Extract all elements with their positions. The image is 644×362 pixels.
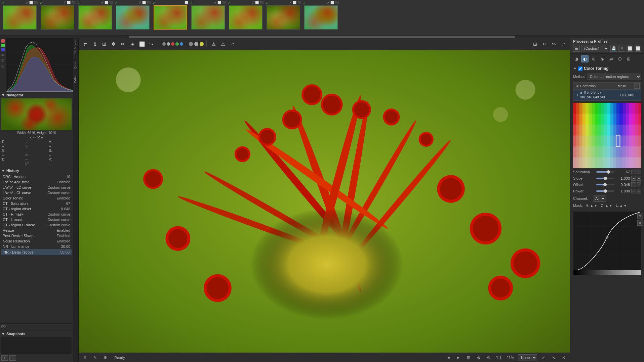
- saturation-track[interactable]: [596, 171, 614, 173]
- histogram-icon-3[interactable]: ◰: [1, 64, 5, 69]
- image-view[interactable]: [79, 50, 570, 353]
- histogram-icon-1[interactable]: ▤: [1, 52, 5, 57]
- transform-right-icon[interactable]: ⇄: [607, 55, 615, 62]
- circle-indicator-1[interactable]: [189, 42, 193, 46]
- color-swatch-blue[interactable]: [1, 48, 5, 51]
- history-item-ct-lmask[interactable]: CT - L mask Custom curve: [1, 217, 72, 222]
- color-swatch-green[interactable]: [1, 44, 5, 47]
- history-item-resize[interactable]: Resize Enabled: [1, 228, 72, 233]
- power-minus[interactable]: −: [631, 189, 636, 193]
- nav-forward-button[interactable]: ►: [455, 354, 462, 361]
- mask-l-down[interactable]: ▼: [623, 204, 627, 208]
- color-swatch-red[interactable]: [1, 39, 5, 43]
- mask-h-up[interactable]: ▲: [590, 204, 593, 208]
- history-item-ct-hmask[interactable]: CT - H mask Custom curve: [1, 212, 72, 217]
- color-icon[interactable]: ◐: [581, 55, 589, 62]
- history-item-lab-lc[interactable]: L*a*b* - LC curve Custom curve: [1, 185, 72, 190]
- proc-profiles-paste-button[interactable]: ⬜: [635, 45, 641, 52]
- power-track[interactable]: [596, 190, 614, 192]
- local-icon[interactable]: ◈: [599, 55, 606, 62]
- left-tab-editor[interactable]: Editor: [74, 76, 78, 83]
- proc-profiles-select[interactable]: (Custom): [581, 45, 609, 52]
- pencil-tool-button[interactable]: ✏: [119, 40, 127, 48]
- redo-button[interactable]: ↪: [550, 40, 558, 48]
- raw-icon[interactable]: ⬡: [616, 55, 623, 62]
- history-item-ct-sat[interactable]: CT - Saturation 67: [1, 201, 72, 206]
- film-thumb-1[interactable]: ✓ ✗ ⬜ ⬛: [1, 0, 38, 35]
- export-button[interactable]: ↗: [228, 40, 236, 48]
- film-thumb-8[interactable]: ✓✗ ⬜ ⬛: [265, 0, 302, 35]
- channel-select[interactable]: All: [593, 195, 606, 202]
- curve-svg[interactable]: [573, 212, 641, 270]
- slope-minus[interactable]: −: [631, 176, 636, 181]
- history-item-color-toning[interactable]: Color Toning Enabled: [1, 195, 72, 201]
- film-thumb-3[interactable]: ✓✗ ⬜ ⬛: [77, 0, 114, 35]
- navigator-collapse-icon[interactable]: ▼: [1, 93, 5, 97]
- history-item-nr-detail[interactable]: NR - Detail recove... 50.00: [1, 249, 72, 255]
- add-correction-button[interactable]: +: [634, 83, 640, 89]
- film-thumb-2[interactable]: ✓✗ ⬜ ⬛: [39, 0, 76, 35]
- rotate-tool-button[interactable]: ↪: [147, 40, 155, 48]
- status-edit-button[interactable]: ✎: [91, 354, 99, 361]
- snapshots-collapse-icon[interactable]: ▼: [1, 332, 5, 336]
- offset-track[interactable]: [596, 184, 614, 185]
- histogram-icon-2[interactable]: ◱: [1, 58, 5, 63]
- mask-h-down[interactable]: ▼: [594, 204, 597, 208]
- history-item-noise-reduction[interactable]: Noise Reduction Enabled: [1, 238, 72, 244]
- offset-minus[interactable]: −: [631, 182, 636, 187]
- status-add-button[interactable]: ⊕: [81, 354, 89, 361]
- before-after-button[interactable]: ⚠: [209, 40, 217, 48]
- meta-icon[interactable]: ⊞: [625, 55, 632, 62]
- mask-l-up[interactable]: ▲: [619, 204, 623, 208]
- warning-button[interactable]: ⚠: [219, 40, 227, 48]
- correction-row-1[interactable]: 1 a=0 b=0 S=67 s=1 o=0.048 p=1 HCL b=10: [573, 90, 641, 101]
- film-thumb-4[interactable]: ✓✗ ⬜ ⬛: [114, 0, 151, 35]
- proc-profiles-save-button[interactable]: 💾: [610, 45, 617, 52]
- dot-green[interactable]: [175, 42, 179, 46]
- zoom-in-status-button[interactable]: ⊕: [475, 354, 482, 361]
- saturation-minus[interactable]: −: [631, 170, 636, 174]
- proc-profiles-copy-button[interactable]: ⬜: [627, 45, 633, 52]
- film-thumb-9[interactable]: ✓✗ ⬜ ⬛: [303, 0, 339, 35]
- history-collapse-icon[interactable]: ▼: [1, 169, 5, 173]
- detail-icon[interactable]: ⊕: [590, 55, 597, 62]
- fullscreen-button[interactable]: ⤢: [559, 40, 567, 48]
- saturation-plus[interactable]: +: [637, 170, 641, 174]
- status-settings-button[interactable]: ⚙: [102, 354, 109, 361]
- close-view-button[interactable]: ✕: [560, 354, 567, 361]
- left-tab-file-browser[interactable]: File Browser: [74, 39, 78, 54]
- slope-track[interactable]: [596, 178, 614, 179]
- method-select[interactable]: Color correction regions: [587, 73, 641, 80]
- none-select[interactable]: None: [518, 354, 537, 361]
- info-tool-button[interactable]: ℹ: [91, 40, 99, 48]
- film-thumb-6[interactable]: ✓✗ ⬜ ⬛: [190, 0, 227, 35]
- maximize-button[interactable]: ⤡: [550, 354, 557, 361]
- transform-tool-button[interactable]: ⇄: [81, 40, 89, 48]
- film-thumb-7[interactable]: ✓✗ ⬜ ⬛: [227, 0, 264, 35]
- history-item-drc[interactable]: DRC - Amount 10: [1, 174, 72, 179]
- history-item-nr-lum[interactable]: NR - Luminance 30.00: [1, 244, 72, 249]
- proc-profiles-list-button[interactable]: ☰: [573, 45, 580, 52]
- history-item-ct-cmask[interactable]: CT - region C mask Custom curve: [1, 222, 72, 228]
- crop-tool-button[interactable]: ⬜: [138, 40, 146, 48]
- grid-tool-button[interactable]: ⊞: [100, 40, 108, 48]
- offset-plus[interactable]: +: [637, 182, 641, 187]
- power-plus[interactable]: +: [637, 189, 641, 193]
- zoom-out-status-button[interactable]: ⊖: [485, 354, 492, 361]
- proc-profiles-delete-button[interactable]: ✕: [618, 45, 625, 52]
- undo-button[interactable]: ↩: [540, 40, 549, 48]
- dot-red[interactable]: [171, 42, 174, 46]
- curve-edit-btn-1[interactable]: ✎: [637, 213, 643, 219]
- hand-tool-button[interactable]: ✥: [110, 40, 118, 48]
- slope-plus[interactable]: +: [637, 176, 641, 181]
- mask-c-down[interactable]: ▼: [609, 204, 612, 208]
- exposure-icon[interactable]: ◑: [572, 55, 580, 62]
- ct-expand-icon[interactable]: ▼: [573, 66, 577, 71]
- color-toning-enabled-checkbox[interactable]: [578, 66, 582, 71]
- history-item-ct-offset[interactable]: CT - region offset 0.048: [1, 206, 72, 212]
- circle-indicator-3[interactable]: [200, 42, 204, 46]
- picker-tool-button[interactable]: ◈: [128, 40, 136, 48]
- zoom-100-button[interactable]: 1:1: [495, 354, 502, 361]
- history-item-lab-cl[interactable]: L*a*b* - CL curve Custom curve: [1, 190, 72, 195]
- nav-back-button[interactable]: ◄: [445, 354, 452, 361]
